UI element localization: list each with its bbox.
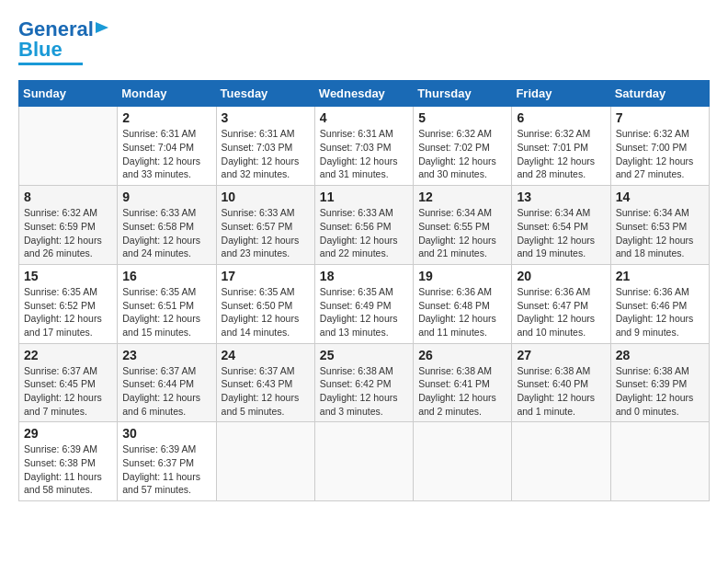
calendar-cell: 2Sunrise: 6:31 AMSunset: 7:04 PMDaylight… [118,107,216,186]
day-number: 4 [320,110,408,125]
day-number: 21 [616,269,704,283]
calendar-week-2: 8Sunrise: 6:32 AMSunset: 6:59 PMDaylight… [19,186,710,265]
day-number: 16 [122,269,210,283]
calendar-cell: 25Sunrise: 6:38 AMSunset: 6:42 PMDayligh… [314,343,413,422]
day-number: 23 [122,348,210,362]
day-info: Sunrise: 6:39 AMSunset: 6:38 PMDaylight:… [24,442,112,497]
calendar-cell: 4Sunrise: 6:31 AMSunset: 7:03 PMDaylight… [314,107,413,186]
day-number: 15 [24,269,112,283]
day-info: Sunrise: 6:33 AMSunset: 6:56 PMDaylight:… [320,206,408,260]
calendar-cell: 20Sunrise: 6:36 AMSunset: 6:47 PMDayligh… [512,264,610,343]
day-number: 18 [320,269,408,283]
day-info: Sunrise: 6:34 AMSunset: 6:53 PMDaylight:… [616,206,704,260]
day-info: Sunrise: 6:38 AMSunset: 6:40 PMDaylight:… [517,364,605,419]
calendar-cell: 24Sunrise: 6:37 AMSunset: 6:43 PMDayligh… [216,343,314,422]
svg-marker-0 [96,22,108,33]
calendar-cell: 30Sunrise: 6:39 AMSunset: 6:37 PMDayligh… [118,422,216,501]
day-info: Sunrise: 6:38 AMSunset: 6:42 PMDaylight:… [320,364,408,419]
calendar-cell [216,422,314,501]
day-info: Sunrise: 6:31 AMSunset: 7:03 PMDaylight:… [320,127,408,181]
day-number: 25 [320,348,408,362]
day-info: Sunrise: 6:37 AMSunset: 6:44 PMDaylight:… [122,364,210,419]
day-number: 8 [24,190,112,204]
day-number: 28 [616,348,704,362]
day-number: 10 [222,190,310,204]
day-number: 30 [122,426,210,441]
calendar-header-friday: Friday [512,81,610,107]
calendar-cell: 29Sunrise: 6:39 AMSunset: 6:38 PMDayligh… [19,422,118,501]
calendar-header-tuesday: Tuesday [216,81,314,107]
day-info: Sunrise: 6:31 AMSunset: 7:04 PMDaylight:… [122,127,210,181]
calendar-cell [19,107,118,186]
day-info: Sunrise: 6:36 AMSunset: 6:48 PMDaylight:… [418,285,506,339]
day-number: 14 [616,190,704,204]
day-number: 13 [517,190,605,204]
calendar-week-5: 29Sunrise: 6:39 AMSunset: 6:38 PMDayligh… [19,422,710,501]
day-info: Sunrise: 6:32 AMSunset: 6:59 PMDaylight:… [24,206,112,260]
day-number: 6 [517,110,605,125]
calendar-cell: 3Sunrise: 6:31 AMSunset: 7:03 PMDaylight… [216,107,314,186]
calendar-cell: 14Sunrise: 6:34 AMSunset: 6:53 PMDayligh… [610,186,709,265]
day-info: Sunrise: 6:31 AMSunset: 7:03 PMDaylight:… [222,127,310,181]
calendar-cell: 19Sunrise: 6:36 AMSunset: 6:48 PMDayligh… [414,264,512,343]
logo-underline [18,63,83,65]
calendar-cell: 26Sunrise: 6:38 AMSunset: 6:41 PMDayligh… [414,343,512,422]
day-number: 9 [122,190,210,204]
calendar-header-monday: Monday [118,81,216,107]
calendar-cell: 10Sunrise: 6:33 AMSunset: 6:57 PMDayligh… [216,186,314,265]
day-number: 26 [418,348,506,362]
day-info: Sunrise: 6:39 AMSunset: 6:37 PMDaylight:… [122,442,210,497]
day-info: Sunrise: 6:34 AMSunset: 6:54 PMDaylight:… [517,206,605,260]
calendar-cell: 5Sunrise: 6:32 AMSunset: 7:02 PMDaylight… [414,107,512,186]
calendar-header-sunday: Sunday [19,81,118,107]
calendar-week-4: 22Sunrise: 6:37 AMSunset: 6:45 PMDayligh… [19,343,710,422]
calendar-cell [512,422,610,501]
day-info: Sunrise: 6:35 AMSunset: 6:52 PMDaylight:… [24,285,112,339]
day-number: 27 [517,348,605,362]
calendar-header-saturday: Saturday [610,81,709,107]
calendar-cell: 11Sunrise: 6:33 AMSunset: 6:56 PMDayligh… [314,186,413,265]
logo-blue-text: Blue [18,39,63,61]
day-info: Sunrise: 6:32 AMSunset: 7:01 PMDaylight:… [517,127,605,181]
day-info: Sunrise: 6:38 AMSunset: 6:41 PMDaylight:… [418,364,506,419]
day-number: 12 [418,190,506,204]
calendar-header-row: SundayMondayTuesdayWednesdayThursdayFrid… [19,81,710,107]
calendar-week-3: 15Sunrise: 6:35 AMSunset: 6:52 PMDayligh… [19,264,710,343]
day-number: 5 [418,110,506,125]
day-number: 19 [418,269,506,283]
calendar-cell: 16Sunrise: 6:35 AMSunset: 6:51 PMDayligh… [118,264,216,343]
calendar-cell: 27Sunrise: 6:38 AMSunset: 6:40 PMDayligh… [512,343,610,422]
calendar-cell: 23Sunrise: 6:37 AMSunset: 6:44 PMDayligh… [118,343,216,422]
day-number: 24 [222,348,310,362]
day-number: 22 [24,348,112,362]
calendar-cell [414,422,512,501]
calendar-cell: 7Sunrise: 6:32 AMSunset: 7:00 PMDaylight… [610,107,709,186]
calendar-cell: 28Sunrise: 6:38 AMSunset: 6:39 PMDayligh… [610,343,709,422]
calendar-header-wednesday: Wednesday [314,81,413,107]
day-info: Sunrise: 6:37 AMSunset: 6:43 PMDaylight:… [222,364,310,419]
calendar-cell: 17Sunrise: 6:35 AMSunset: 6:50 PMDayligh… [216,264,314,343]
calendar-cell: 21Sunrise: 6:36 AMSunset: 6:46 PMDayligh… [610,264,709,343]
day-number: 11 [320,190,408,204]
day-info: Sunrise: 6:36 AMSunset: 6:47 PMDaylight:… [517,285,605,339]
calendar-cell: 9Sunrise: 6:33 AMSunset: 6:58 PMDaylight… [118,186,216,265]
day-number: 20 [517,269,605,283]
day-info: Sunrise: 6:33 AMSunset: 6:58 PMDaylight:… [122,206,210,260]
day-info: Sunrise: 6:36 AMSunset: 6:46 PMDaylight:… [616,285,704,339]
logo: General Blue [18,18,114,65]
day-number: 3 [222,110,310,125]
calendar-body: 2Sunrise: 6:31 AMSunset: 7:04 PMDaylight… [19,107,710,501]
calendar-cell [610,422,709,501]
day-info: Sunrise: 6:32 AMSunset: 7:00 PMDaylight:… [616,127,704,181]
day-number: 2 [122,110,210,125]
day-info: Sunrise: 6:32 AMSunset: 7:02 PMDaylight:… [418,127,506,181]
calendar-week-1: 2Sunrise: 6:31 AMSunset: 7:04 PMDaylight… [19,107,710,186]
day-info: Sunrise: 6:33 AMSunset: 6:57 PMDaylight:… [222,206,310,260]
day-number: 17 [222,269,310,283]
calendar-cell: 6Sunrise: 6:32 AMSunset: 7:01 PMDaylight… [512,107,610,186]
calendar-cell: 18Sunrise: 6:35 AMSunset: 6:49 PMDayligh… [314,264,413,343]
calendar-cell: 12Sunrise: 6:34 AMSunset: 6:55 PMDayligh… [414,186,512,265]
calendar-cell: 15Sunrise: 6:35 AMSunset: 6:52 PMDayligh… [19,264,118,343]
day-number: 29 [24,426,112,441]
logo-arrow-icon [96,18,114,37]
